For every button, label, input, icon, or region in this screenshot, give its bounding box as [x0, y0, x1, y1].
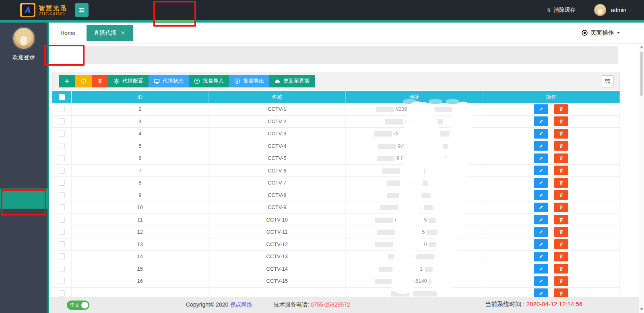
- select-all-checkbox[interactable]: [59, 94, 65, 100]
- edit-button[interactable]: [534, 252, 548, 261]
- delete-button[interactable]: [554, 276, 568, 286]
- delete-button[interactable]: [554, 215, 568, 224]
- row-checkbox[interactable]: [59, 229, 65, 235]
- scroll-up-arrow[interactable]: [640, 46, 643, 48]
- proxy-status-button[interactable]: 代播状态: [149, 75, 189, 87]
- row-checkbox[interactable]: [59, 143, 65, 149]
- cell-id: 6: [72, 152, 209, 164]
- company-link[interactable]: 视点网络: [230, 301, 252, 308]
- delete-button[interactable]: [554, 129, 568, 139]
- delete-button[interactable]: [554, 166, 568, 175]
- pencil-icon: [539, 266, 544, 272]
- row-checkbox[interactable]: [59, 253, 65, 259]
- edit-button[interactable]: [534, 141, 548, 151]
- delete-button[interactable]: [554, 153, 568, 163]
- batch-import-button[interactable]: 批量导入: [189, 75, 229, 87]
- proxy-config-button[interactable]: 代播配置: [108, 75, 149, 87]
- subtab-bar: [49, 46, 618, 64]
- sidebar-item-live-category[interactable]: [0, 100, 47, 118]
- edit-button[interactable]: [534, 288, 548, 297]
- pencil-icon: [539, 180, 544, 185]
- sidebar-item-home[interactable]: [0, 64, 47, 82]
- sidebar-item-video-carousel[interactable]: [0, 171, 47, 189]
- delete-button[interactable]: [554, 116, 568, 126]
- trash-icon: [559, 168, 564, 173]
- pencil-icon: [539, 155, 544, 161]
- row-checkbox[interactable]: [59, 290, 65, 296]
- edit-button[interactable]: [534, 104, 548, 114]
- delete-button[interactable]: [554, 203, 568, 212]
- row-checkbox[interactable]: [59, 278, 65, 284]
- cell-address: .0.6: [387, 180, 442, 186]
- update-to-live-button[interactable]: 更新至直播: [269, 75, 315, 87]
- cell-address: .0.1: [387, 192, 442, 198]
- delete-button[interactable]: [92, 75, 108, 87]
- edit-button[interactable]: [534, 227, 548, 237]
- CCTV-2: 3 CCTV-2 //239: [52, 116, 620, 128]
- delete-button[interactable]: [554, 252, 568, 261]
- edit-button[interactable]: [534, 276, 548, 286]
- subtab-multicast-proxy[interactable]: [85, 46, 120, 64]
- sidebar-item-live-package[interactable]: [0, 118, 47, 135]
- cell-name: CCTV-7: [209, 177, 346, 189]
- cell-name: CCTV-12: [209, 238, 346, 251]
- delete-button[interactable]: [554, 227, 568, 237]
- refresh-button[interactable]: [75, 75, 92, 87]
- sidebar-toggle-button[interactable]: [75, 3, 89, 17]
- scroll-down-arrow[interactable]: [640, 308, 643, 311]
- edit-button[interactable]: [534, 153, 548, 163]
- CCTV-1: 2 CCTV-1 //239.9 80: [52, 103, 620, 116]
- edit-button[interactable]: [534, 215, 548, 224]
- table-header-row: ID 名称 地址 操作: [52, 91, 620, 103]
- user-avatar[interactable]: [594, 4, 606, 16]
- edit-button[interactable]: [534, 264, 548, 274]
- delete-button[interactable]: [554, 141, 568, 151]
- vertical-scrollbar[interactable]: [639, 44, 644, 313]
- clear-cache-button[interactable]: 清除缓存: [546, 6, 576, 14]
- row-checkbox[interactable]: [59, 155, 65, 161]
- add-button[interactable]: [59, 75, 75, 87]
- delete-button[interactable]: [554, 104, 568, 114]
- welcome-text: 欢迎登录: [0, 54, 47, 61]
- delete-button[interactable]: [554, 178, 568, 188]
- cell-name: CCTV-15: [209, 275, 346, 287]
- batch-export-button[interactable]: 批量导出: [229, 75, 269, 87]
- row-checkbox[interactable]: [59, 106, 65, 112]
- language-toggle[interactable]: 中文: [67, 301, 89, 310]
- row-checkbox[interactable]: [59, 266, 65, 272]
- edit-button[interactable]: [534, 166, 548, 175]
- row-checkbox[interactable]: [59, 204, 65, 210]
- edit-button[interactable]: [534, 116, 548, 126]
- delete-button[interactable]: [554, 288, 568, 297]
- delete-button[interactable]: [554, 239, 568, 249]
- edit-button[interactable]: [534, 203, 548, 212]
- edit-button[interactable]: [534, 129, 548, 139]
- delete-button[interactable]: [554, 264, 568, 274]
- row-checkbox[interactable]: [59, 241, 65, 247]
- edit-button[interactable]: [534, 239, 548, 249]
- row-checkbox[interactable]: [59, 217, 65, 223]
- spinner-icon: [80, 78, 87, 84]
- row-checkbox[interactable]: [59, 180, 65, 186]
- subtab-live-proxy[interactable]: [49, 46, 85, 64]
- row-checkbox[interactable]: [59, 118, 65, 124]
- tab-live-proxy[interactable]: 直播代播: [87, 25, 133, 41]
- page-operations-dropdown[interactable]: 页面操作: [573, 23, 629, 43]
- edit-button[interactable]: [534, 190, 548, 200]
- delete-button[interactable]: [554, 190, 568, 200]
- close-icon[interactable]: [120, 30, 126, 35]
- table-row: [52, 288, 620, 297]
- user-menu[interactable]: admin: [611, 7, 633, 13]
- tab-home[interactable]: Home: [49, 30, 87, 36]
- scrollbar-thumb[interactable]: [640, 52, 643, 96]
- row-checkbox[interactable]: [59, 131, 65, 137]
- edit-button[interactable]: [534, 178, 548, 188]
- sidebar-item-live-program[interactable]: [0, 82, 47, 100]
- sidebar-item-epg-mgmt[interactable]: [0, 153, 47, 171]
- sidebar-item-live-proxy[interactable]: [0, 189, 47, 209]
- column-visibility-button[interactable]: [602, 75, 614, 87]
- row-checkbox[interactable]: [59, 168, 65, 174]
- sidebar-item-program-collect[interactable]: [0, 135, 47, 153]
- cell-id: 2: [72, 103, 209, 115]
- row-checkbox[interactable]: [59, 192, 65, 198]
